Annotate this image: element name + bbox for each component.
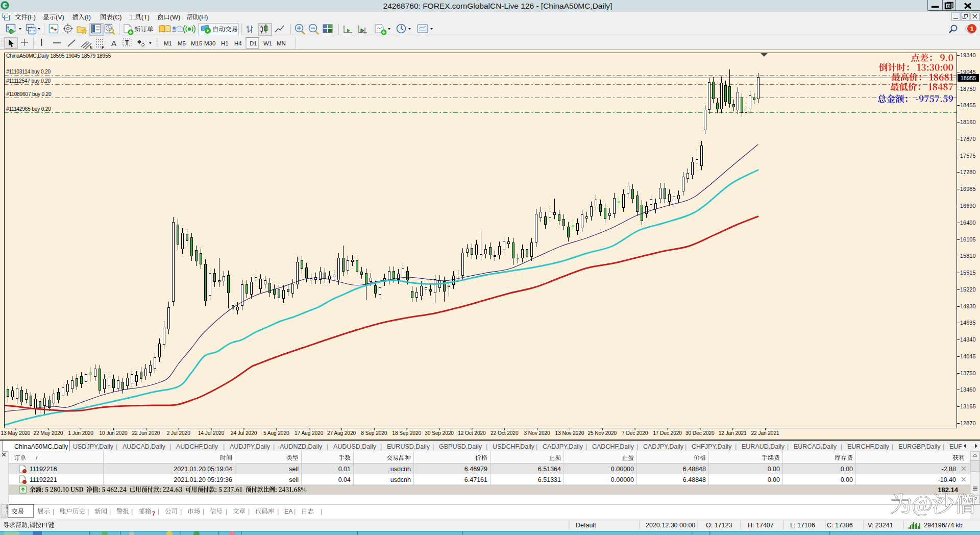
svg-text:16985: 16985 [960, 186, 976, 192]
svg-text:2021.01.20 05:19:36: 2021.01.20 05:19:36 [174, 476, 232, 483]
svg-text:H: 17407: H: 17407 [748, 522, 774, 529]
svg-text:-2.88: -2.88 [942, 466, 957, 473]
svg-text:(F): (F) [28, 14, 36, 21]
svg-text:EA: EA [284, 508, 293, 515]
svg-text:|: | [787, 443, 789, 450]
svg-text:#11103114 buy 0.20: #11103114 buy 0.20 [6, 69, 51, 75]
svg-text:16400: 16400 [960, 220, 976, 226]
svg-text:(T): (T) [141, 14, 150, 21]
svg-text:17 Dec 2020: 17 Dec 2020 [653, 430, 682, 436]
svg-text:|: | [180, 508, 182, 515]
svg-text:13460: 13460 [960, 386, 976, 393]
svg-text:0.00000: 0.00000 [611, 466, 634, 473]
svg-text:L: 17106: L: 17106 [790, 522, 815, 529]
svg-text:|: | [223, 443, 225, 450]
svg-text:#11089607 buy 0.20: #11089607 buy 0.20 [6, 91, 52, 97]
svg-text:19340: 19340 [960, 52, 976, 58]
svg-text:CHFJPY,Daily: CHFJPY,Daily [692, 443, 732, 450]
svg-text:12 Oct 2020: 12 Oct 2020 [458, 430, 486, 436]
svg-text:11192216: 11192216 [30, 466, 57, 473]
svg-text:|: | [203, 508, 204, 515]
svg-text:0.00000: 0.00000 [611, 476, 634, 483]
svg-text:17575: 17575 [960, 153, 976, 159]
svg-text:16690: 16690 [960, 203, 976, 209]
svg-text:Default: Default [576, 522, 596, 529]
svg-text:14340: 14340 [960, 336, 976, 343]
svg-text:18955: 18955 [961, 75, 976, 81]
svg-text:|: | [892, 443, 893, 450]
svg-text:USDCHF,Daily: USDCHF,Daily [493, 443, 535, 450]
svg-text:F: F [102, 45, 104, 50]
svg-text:24268760: FOREX.comGlobalCN-Li: 24268760: FOREX.comGlobalCN-Live 126 - [… [383, 2, 612, 10]
svg-text:22 Jun 2020: 22 Jun 2020 [132, 430, 160, 436]
svg-text:6.51364: 6.51364 [538, 466, 561, 473]
svg-text:|: | [158, 508, 159, 515]
svg-text:usdcnh: usdcnh [390, 476, 411, 483]
svg-text:22 Jan 2021: 22 Jan 2021 [751, 430, 779, 436]
svg-text:2020.12.30 00:00: 2020.12.30 00:00 [646, 522, 695, 529]
svg-text:12 Jan 2021: 12 Jan 2021 [719, 430, 747, 436]
svg-text:0.00: 0.00 [841, 476, 853, 483]
svg-text:13 Nov 2020: 13 Nov 2020 [555, 430, 584, 436]
svg-text:|: | [735, 443, 737, 450]
svg-text:M15: M15 [191, 40, 202, 46]
svg-text:D1: D1 [250, 40, 257, 46]
svg-text:12870: 12870 [960, 420, 976, 426]
svg-text:|: | [536, 443, 537, 450]
svg-text:1: 1 [970, 25, 973, 33]
svg-text:H1: H1 [221, 40, 229, 46]
svg-text:ChinaA50MC,Daily 18595 19045: ChinaA50MC,Daily 18595 19045 18579 18955 [6, 53, 111, 59]
svg-text:0.01: 0.01 [338, 466, 351, 473]
svg-text:H4: H4 [234, 40, 242, 46]
svg-text:16105: 16105 [960, 236, 976, 242]
svg-text:M30: M30 [204, 40, 215, 46]
svg-text:19045: 19045 [960, 69, 976, 75]
svg-text:6.47161: 6.47161 [464, 476, 487, 483]
svg-text:24 Jul 2020: 24 Jul 2020 [231, 430, 257, 436]
svg-text:182.14: 182.14 [938, 486, 959, 494]
svg-text:EURGBP,Daily: EURGBP,Daily [898, 443, 941, 450]
svg-text:0.04: 0.04 [338, 476, 351, 483]
svg-text:V: 23241: V: 23241 [868, 522, 893, 529]
svg-text:|: | [248, 508, 250, 515]
svg-text:15220: 15220 [960, 286, 976, 293]
svg-text:EUF: EUF [949, 443, 962, 450]
svg-text:usdcnh: usdcnh [390, 466, 411, 473]
svg-text:|: | [169, 443, 171, 450]
svg-text:C: 17386: C: 17386 [827, 522, 853, 529]
svg-text:10 Jun 2020: 10 Jun 2020 [100, 430, 128, 436]
svg-text:13165: 13165 [960, 403, 976, 409]
svg-text:|: | [131, 508, 133, 515]
svg-text:AUDJPY,Daily: AUDJPY,Daily [230, 443, 271, 450]
svg-text:(W): (W) [170, 14, 180, 21]
svg-text:T: T [125, 39, 129, 46]
svg-text:CADCHF,Daily: CADCHF,Daily [592, 443, 634, 450]
svg-text:|: | [277, 508, 279, 515]
svg-text:18455: 18455 [960, 102, 976, 108]
svg-text:|: | [432, 443, 434, 450]
svg-text:|: | [273, 443, 275, 450]
svg-text:3 Nov 2020: 3 Nov 2020 [524, 430, 551, 436]
svg-text:6.48848: 6.48848 [683, 466, 706, 473]
svg-text:|: | [585, 443, 587, 450]
svg-text:MN: MN [277, 40, 286, 46]
svg-text:6.51331: 6.51331 [538, 476, 561, 483]
svg-text:EURUSD,Daily: EURUSD,Daily [387, 443, 430, 450]
svg-text:6.48848: 6.48848 [683, 476, 706, 483]
svg-text:17870: 17870 [960, 136, 976, 142]
svg-text:14635: 14635 [960, 320, 976, 326]
svg-text:GBPUSD,Daily: GBPUSD,Daily [439, 443, 482, 450]
svg-text:8 Sep 2020: 8 Sep 2020 [361, 430, 387, 436]
svg-text:AUDNZD,Daily: AUDNZD,Daily [280, 443, 323, 450]
svg-text:EURCAD,Daily: EURCAD,Daily [794, 443, 837, 450]
svg-text:22 May 2020: 22 May 2020 [33, 430, 63, 436]
svg-text:AUDCHF,Daily: AUDCHF,Daily [176, 443, 218, 450]
svg-text:11192221: 11192221 [30, 476, 57, 483]
svg-text:0.00: 0.00 [768, 476, 780, 483]
svg-text:(I): (I) [85, 14, 91, 21]
svg-text:2021.01.20 05:19:04: 2021.01.20 05:19:04 [174, 466, 232, 473]
svg-text:294196/74 kb: 294196/74 kb [924, 522, 963, 529]
svg-text:E: E [90, 45, 93, 50]
svg-text:AUDCAD,Daily: AUDCAD,Daily [122, 443, 166, 450]
svg-text:14930: 14930 [960, 303, 976, 309]
